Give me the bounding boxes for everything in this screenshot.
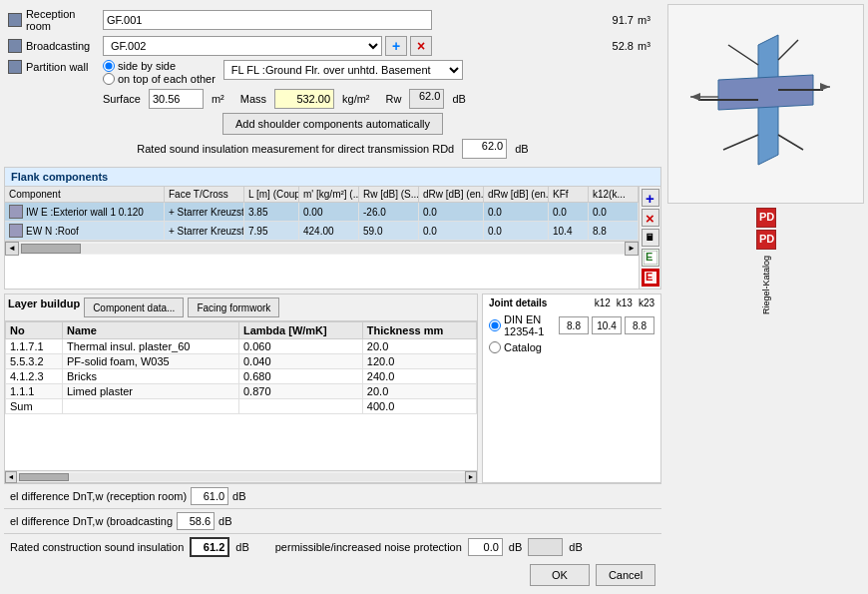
svg-text:PDF: PDF — [759, 233, 774, 245]
layer-scroll-left[interactable]: ◄ — [5, 471, 17, 483]
row1-m: 0.00 — [299, 203, 359, 221]
shoulder-components-button[interactable]: Add shoulder components automatically — [222, 113, 443, 135]
broadcasting-delete-button[interactable]: × — [410, 36, 432, 56]
rdd-label: Rated sound insulation measurement for d… — [137, 143, 454, 155]
mass-unit: kg/m² — [342, 93, 370, 105]
row2-l: 7.95 — [244, 222, 299, 240]
col-drw2: dRw [dB] (en... — [484, 187, 549, 202]
layer-name: Limed plaster — [62, 384, 238, 399]
hscroll-track[interactable] — [19, 244, 625, 254]
layer-no: Sum — [6, 399, 63, 414]
hscroll-right-btn[interactable]: ► — [625, 242, 639, 256]
layer-scroll-track[interactable] — [17, 473, 465, 481]
row2-rw: 59.0 — [359, 222, 419, 240]
riegel-pdf-btn-2[interactable]: PDF — [756, 230, 776, 250]
k13-value[interactable] — [592, 316, 622, 334]
status-bar: el difference DnT,w (reception room) 61.… — [4, 483, 661, 508]
layer-thickness: 400.0 — [362, 399, 476, 414]
layer-scroll-thumb[interactable] — [19, 473, 69, 481]
radio-side-by-side[interactable] — [103, 60, 115, 72]
row2-drw1: 0.0 — [419, 222, 484, 240]
col-face: Face T/Cross — [165, 187, 244, 202]
layer-row[interactable]: 4.1.2.3 Bricks 0.680 240.0 — [6, 369, 477, 384]
permissible-input[interactable] — [468, 538, 503, 556]
partition-wall-icon — [8, 60, 22, 74]
row1-kff: 0.0 — [549, 203, 589, 221]
flank-hscrollbar[interactable]: ◄ ► — [5, 241, 639, 255]
layer-scroll-right[interactable]: ► — [465, 471, 477, 483]
riegel-area: PDF PDF Riegel-Katalog — [667, 206, 864, 316]
table-row[interactable]: IW E :Exterior wall 1 0.120 + Starrer Kr… — [5, 203, 639, 222]
hscroll-thumb[interactable] — [21, 244, 81, 254]
mass-input[interactable] — [274, 89, 334, 109]
facing-formwork-button[interactable]: Facing formwork — [188, 297, 279, 317]
layer-title: Layer buildup — [8, 297, 80, 317]
col-component: Component — [5, 187, 165, 202]
broadcasting-area: 52.8 — [589, 40, 634, 52]
broadcasting-label-container: Broadcasting — [8, 39, 103, 53]
pdf-icon-1: PDF — [758, 209, 774, 225]
hscroll-left-btn[interactable]: ◄ — [5, 242, 19, 256]
reception-room-icon — [8, 13, 22, 27]
table-row[interactable]: EW N :Roof + Starrer Kreuzstoss 7.95 424… — [5, 222, 639, 241]
flank-table-body: IW E :Exterior wall 1 0.120 + Starrer Kr… — [5, 203, 639, 241]
k12-value[interactable] — [559, 316, 589, 334]
permissible-label: permissible/increased noise protection — [275, 541, 462, 553]
reception-room-unit: m³ — [638, 14, 657, 26]
joint-header-row: Joint details k12 k13 k23 — [483, 295, 660, 311]
layer-row[interactable]: 1.1.1 Limed plaster 0.870 20.0 — [6, 384, 477, 399]
partition-select[interactable]: FL FL :Ground Flr. over unhtd. Basement — [223, 60, 463, 80]
row1-icon — [9, 205, 23, 219]
svg-line-10 — [778, 40, 798, 60]
broadcasting-add-button[interactable]: + — [385, 36, 407, 56]
layer-lambda: 0.870 — [238, 384, 362, 399]
pdf-icon-2: PDF — [758, 231, 774, 247]
level-diff-1: el difference DnT,w (reception room) 61.… — [10, 487, 246, 505]
rw-value: 62.0 — [409, 89, 444, 109]
radio-on-top[interactable] — [103, 73, 115, 85]
level-diff-1-value: 61.0 — [191, 487, 228, 505]
row2-icon — [9, 224, 23, 238]
surface-input[interactable] — [149, 89, 204, 109]
partition-wall-label: Partition wall — [26, 61, 88, 73]
reception-room-area: 91.7 — [589, 14, 634, 26]
layer-col-thickness: Thickness mm — [362, 322, 476, 339]
layer-row[interactable]: 5.5.3.2 PF-solid foam, W035 0.040 120.0 — [6, 354, 477, 369]
reception-room-input[interactable] — [103, 10, 432, 30]
level-diff-2-unit: dB — [218, 515, 231, 527]
svg-text:E: E — [646, 271, 652, 283]
row2-drw2: 0.0 — [484, 222, 549, 240]
joint-k12-header: k12 — [595, 297, 611, 308]
flank-header: Flank components — [5, 168, 660, 187]
flank-table-header: Component Face T/Cross L [m] (Coup... m'… — [5, 187, 639, 203]
riegel-pdf-btn-1[interactable]: PDF — [756, 208, 776, 228]
broadcasting-icon — [8, 39, 22, 53]
k23-value[interactable] — [625, 316, 654, 334]
row2-k12: 8.8 — [589, 222, 639, 240]
blank-input — [528, 538, 563, 556]
flank-add-button[interactable]: + — [642, 189, 659, 207]
radio-on-top-label: on top of each other — [118, 73, 216, 85]
flank-calculator-button[interactable]: 🖩 — [642, 229, 659, 247]
flank-excel-red-button[interactable]: E — [642, 269, 659, 287]
rated-unit: dB — [235, 541, 248, 553]
col-rw: Rw [dB] (S... — [359, 187, 419, 202]
radio-din[interactable] — [489, 319, 501, 331]
radio-catalog[interactable] — [489, 341, 501, 353]
row1-component: IW E :Exterior wall 1 0.120 — [5, 203, 165, 221]
ok-button[interactable]: OK — [530, 564, 590, 586]
broadcasting-select[interactable]: GF.002 — [103, 36, 382, 56]
layer-thickness: 120.0 — [362, 354, 476, 369]
flank-excel-button[interactable]: E — [642, 249, 659, 267]
bottom-buttons: OK Cancel — [4, 560, 661, 590]
flank-delete-button[interactable]: × — [642, 209, 659, 227]
layer-row[interactable]: 1.1.7.1 Thermal insul. plaster_60 0.060 … — [6, 339, 477, 354]
layer-no: 4.1.2.3 — [6, 369, 63, 384]
surface-label: Surface — [103, 93, 141, 105]
layer-hscrollbar[interactable]: ◄ ► — [5, 470, 477, 482]
radio-din-label: DIN EN 12354-1 — [504, 313, 559, 337]
component-data-button[interactable]: Component data... — [84, 297, 184, 317]
layer-name: Thermal insul. plaster_60 — [62, 339, 238, 354]
layer-lambda: 0.060 — [238, 339, 362, 354]
cancel-button[interactable]: Cancel — [596, 564, 655, 586]
